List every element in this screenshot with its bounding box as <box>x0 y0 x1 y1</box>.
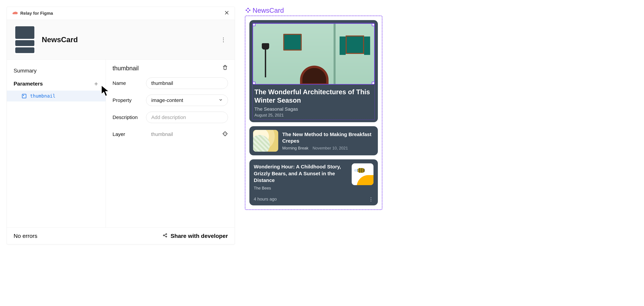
panel-footer: No errors Share with developer <box>7 227 234 244</box>
svg-point-1 <box>225 133 226 134</box>
sidebar: Summary Parameters ＋ thumbnail <box>7 60 106 227</box>
card-more-icon[interactable]: ⋮ <box>368 196 374 202</box>
svg-rect-6 <box>247 11 249 13</box>
component-header: NewsCard ⋮ <box>7 20 234 60</box>
error-status: No errors <box>14 233 38 239</box>
field-property: Property image-content <box>112 95 228 106</box>
description-input[interactable]: Add description <box>146 112 228 123</box>
row-thumbnail-image <box>253 130 278 152</box>
news-card-compact[interactable]: Wondering Hour: A Childhood Story, Grizz… <box>250 159 378 205</box>
name-input[interactable]: thumbnail <box>146 78 228 89</box>
share-icon <box>162 233 168 239</box>
field-description: Description Add description <box>112 112 228 123</box>
share-with-developer-button[interactable]: Share with developer <box>162 233 228 239</box>
sidebar-summary-label: Summary <box>14 68 36 74</box>
field-layer-label: Layer <box>112 131 141 137</box>
relay-logo-icon <box>12 11 18 15</box>
svg-rect-5 <box>247 8 249 9</box>
figma-canvas: NewsCard Fill × 158 The Wonde <box>245 7 382 299</box>
sidebar-summary[interactable]: Summary <box>7 65 106 77</box>
parameter-item-label: thumbnail <box>30 93 56 99</box>
component-preview-thumb <box>14 25 36 55</box>
resize-handle-icon[interactable] <box>253 82 256 84</box>
resize-handle-icon[interactable] <box>253 24 256 26</box>
layer-value: thumbnail <box>146 129 217 140</box>
relay-plugin-panel: Relay for Figma NewsCard ⋮ Summary Param… <box>7 7 235 244</box>
field-description-label: Description <box>112 115 141 120</box>
sidebar-parameters[interactable]: Parameters ＋ <box>7 77 106 91</box>
hero-article-title: The Wonderful Architectures of This Wint… <box>254 88 373 105</box>
field-layer: Layer thumbnail <box>112 129 228 140</box>
news-card-row[interactable]: The New Method to Making Breakfast Crepe… <box>250 126 378 155</box>
hero-thumbnail-image[interactable]: Fill × 158 <box>253 24 374 84</box>
close-icon[interactable] <box>224 10 229 16</box>
hero-article-date: August 25, 2021 <box>254 113 373 118</box>
parameter-detail: thumbnail Name thumbnail Property image-… <box>106 60 234 227</box>
detail-header: thumbnail <box>112 65 228 72</box>
component-frame-label[interactable]: NewsCard <box>245 7 382 14</box>
detail-title: thumbnail <box>112 65 139 72</box>
locate-layer-icon[interactable] <box>222 131 228 138</box>
component-frame-outline[interactable]: Fill × 158 The Wonderful Architectures o… <box>245 15 382 210</box>
share-label: Share with developer <box>170 233 228 239</box>
delete-icon[interactable] <box>222 65 228 72</box>
component-name: NewsCard <box>42 35 78 44</box>
svg-rect-7 <box>246 9 247 11</box>
field-name: Name thumbnail <box>112 78 228 89</box>
svg-rect-8 <box>249 9 250 11</box>
component-icon <box>246 7 250 14</box>
compact-article-age: 4 hours ago <box>254 196 277 202</box>
compact-thumbnail-image <box>352 163 374 185</box>
plugin-titlebar: Relay for Figma <box>7 7 234 20</box>
resize-handle-icon[interactable] <box>372 82 374 84</box>
property-select-value: image-content <box>151 97 183 103</box>
news-card-hero[interactable]: Fill × 158 The Wonderful Architectures o… <box>250 20 378 122</box>
row-article-source: Morning Break <box>282 146 308 150</box>
component-frame-name: NewsCard <box>252 7 284 14</box>
sidebar-parameters-label: Parameters <box>14 81 43 87</box>
plugin-brand-name: Relay for Figma <box>20 11 53 16</box>
property-select[interactable]: image-content <box>146 95 228 106</box>
add-parameter-icon[interactable]: ＋ <box>93 80 99 88</box>
resize-handle-icon[interactable] <box>372 24 374 26</box>
field-name-label: Name <box>112 80 141 86</box>
image-param-icon <box>22 94 26 98</box>
row-article-title: The New Method to Making Breakfast Crepe… <box>282 131 374 144</box>
panel-body: Summary Parameters ＋ thumbnail thumbnail <box>7 60 234 227</box>
plugin-brand: Relay for Figma <box>12 11 53 16</box>
hero-article-source: The Seasonal Sagas <box>254 107 373 112</box>
field-property-label: Property <box>112 97 141 103</box>
more-menu-icon[interactable]: ⋮ <box>219 35 228 44</box>
compact-article-title: Wondering Hour: A Childhood Story, Grizz… <box>254 163 348 184</box>
parameter-item-thumbnail[interactable]: thumbnail <box>7 91 106 101</box>
compact-article-source: The Bees <box>254 186 348 190</box>
row-article-date: November 10, 2021 <box>312 146 348 150</box>
chevron-down-icon <box>219 97 223 103</box>
